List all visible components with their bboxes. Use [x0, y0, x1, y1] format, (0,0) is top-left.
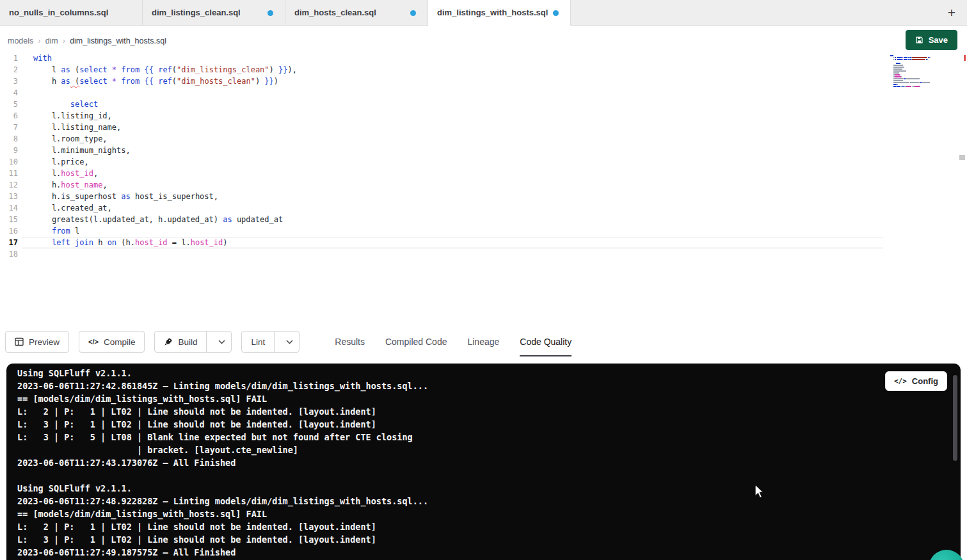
panel-tab-code-quality[interactable]: Code Quality [520, 325, 571, 358]
config-button[interactable]: </> Config [885, 371, 947, 391]
code-line[interactable]: greatest(l.updated_at, h.updated_at) as … [33, 214, 883, 225]
code-line[interactable]: l.listing_name, [33, 122, 883, 133]
code-token: ) [274, 77, 278, 86]
minimap-line [890, 59, 938, 60]
code-area[interactable]: with l as (select * from {{ ref("dim_lis… [22, 52, 883, 260]
code-line[interactable]: l.host_id, [33, 168, 883, 179]
minimap-segment [929, 57, 931, 58]
config-button-label: Config [912, 376, 938, 386]
build-button[interactable]: Build [154, 331, 232, 353]
terminal-line: | bracket. [layout.cte_newline] [17, 444, 961, 456]
code-token: "dim_hosts_clean" [177, 77, 255, 86]
minimap-segment [897, 57, 902, 58]
unsaved-changes-dot-icon [268, 10, 273, 16]
compile-button[interactable]: </> Compile [79, 331, 145, 353]
breadcrumb-item[interactable]: dim [45, 36, 58, 45]
code-token: updated_at [232, 215, 283, 224]
code-token: = l. [168, 238, 191, 247]
code-line[interactable]: l.minimum_nights, [33, 145, 883, 156]
file-tab[interactable]: dim_hosts_clean.sql [285, 0, 428, 25]
file-tab[interactable]: no_nulls_in_columns.sql [0, 0, 143, 25]
line-number: 5 [0, 99, 22, 110]
code-line[interactable]: select [33, 99, 883, 110]
code-editor[interactable]: 123456789101112131415161718 with l as (s… [0, 52, 967, 325]
code-line[interactable] [33, 248, 883, 260]
code-token: l.price, [33, 157, 89, 166]
code-token: (h. [116, 238, 135, 247]
line-number: 15 [0, 214, 22, 225]
code-token: ) [269, 65, 274, 74]
overview-error-marker-icon [964, 55, 966, 61]
terminal-output: Using SQLFluff v2.1.1.2023-06-06T11:27:4… [6, 364, 961, 559]
code-line[interactable]: l.created_at, [33, 202, 883, 214]
action-toolbar: Preview </> Compile Build Lint ResultsCo… [0, 325, 967, 358]
code-token [108, 65, 112, 74]
file-tab-label: dim_listings_with_hosts.sql [437, 8, 548, 17]
preview-button-label: Preview [29, 337, 60, 347]
table-grid-icon [15, 337, 24, 346]
terminal-scrollbar-thumb[interactable] [953, 375, 957, 461]
code-token [33, 227, 52, 236]
line-number: 7 [0, 122, 22, 133]
build-button-label: Build [178, 337, 197, 347]
editor-scrollbar-thumb[interactable] [959, 155, 965, 160]
code-token [33, 100, 70, 109]
code-line[interactable]: h as (select * from {{ ref("dim_hosts_cl… [33, 76, 883, 87]
terminal-line: Using SQLFluff v2.1.1. [17, 367, 961, 380]
minimap-segment [906, 78, 920, 79]
new-tab-button[interactable]: + [940, 0, 963, 26]
minimap-segment [922, 82, 930, 83]
panel-tab-compiled-code[interactable]: Compiled Code [385, 325, 447, 358]
breadcrumb: models›dim›dim_listings_with_hosts.sql [8, 36, 166, 45]
breadcrumb-item[interactable]: dim_listings_with_hosts.sql [70, 36, 166, 45]
build-split-divider [206, 332, 207, 352]
line-number: 12 [0, 179, 22, 191]
code-token: , [102, 180, 107, 189]
save-button[interactable]: Save [906, 30, 957, 50]
line-number: 1 [0, 52, 22, 64]
panel-tab-lineage[interactable]: Lineage [467, 325, 499, 358]
code-line[interactable]: from l [33, 225, 883, 237]
terminal-line: L: 3 | P: 1 | LT02 | Line should not be … [17, 418, 961, 431]
terminal-line: 2023-06-06T11:27:49.187575Z — All Finish… [17, 546, 961, 559]
code-token [33, 238, 52, 247]
code-line[interactable]: l.price, [33, 156, 883, 168]
minimap-segment [893, 78, 904, 79]
minimap-line [890, 67, 938, 68]
code-line[interactable]: l.room_type, [33, 133, 883, 145]
code-line[interactable]: with [33, 52, 883, 64]
code-line[interactable]: left join h on (h.host_id = l.host_id) [33, 237, 883, 248]
build-dropdown-chevron-icon[interactable] [212, 332, 231, 352]
code-line[interactable]: l.listing_id, [33, 110, 883, 122]
lint-button[interactable]: Lint [241, 331, 300, 353]
panel-tab-results[interactable]: Results [335, 325, 365, 358]
minimap-segment [890, 55, 893, 56]
minimap-segment [897, 84, 898, 85]
code-token: greatest(l.updated_at, h.updated_at) [33, 215, 223, 224]
code-line[interactable] [33, 87, 883, 99]
code-token: h. [33, 180, 61, 189]
file-tab[interactable]: dim_listings_clean.sql [143, 0, 285, 25]
line-number: 11 [0, 168, 22, 179]
minimap-segment [895, 76, 901, 77]
breadcrumb-item[interactable]: models [8, 36, 33, 45]
code-token: }} [274, 65, 288, 74]
line-number: 9 [0, 145, 22, 156]
editor-minimap[interactable] [890, 55, 938, 90]
terminal-line: == [models/dim/dim_listings_with_hosts.s… [17, 508, 961, 520]
code-token: h [93, 238, 108, 247]
preview-button[interactable]: Preview [5, 331, 69, 353]
code-line[interactable]: h.host_name, [33, 179, 883, 191]
code-token: ( [70, 65, 79, 74]
code-token: l.created_at, [33, 204, 112, 212]
line-number: 13 [0, 191, 22, 202]
code-line[interactable]: h.is_superhost as host_is_superhost, [33, 191, 883, 202]
lint-dropdown-chevron-icon[interactable] [280, 332, 299, 352]
code-token: as [223, 215, 232, 224]
code-token: l [70, 227, 79, 236]
code-token: ref [158, 65, 172, 74]
code-token: ( [172, 77, 177, 86]
file-tab[interactable]: dim_listings_with_hosts.sql [428, 0, 571, 25]
code-line[interactable]: l as (select * from {{ ref("dim_listings… [33, 64, 883, 76]
terminal-panel: Using SQLFluff v2.1.1.2023-06-06T11:27:4… [6, 364, 961, 560]
